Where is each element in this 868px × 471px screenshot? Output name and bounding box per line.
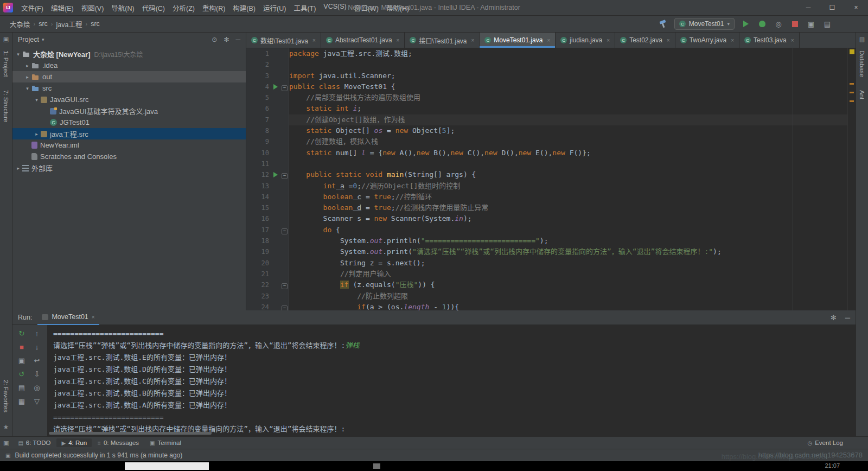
hide-icon[interactable]: ─ — [845, 314, 850, 322]
fold-minus-icon[interactable]: − — [282, 85, 288, 91]
run-line-marker[interactable] — [272, 81, 280, 92]
editor-tab[interactable]: Cjiudian.java× — [556, 33, 615, 48]
tool-window-button[interactable]: 7: Structure — [3, 90, 9, 122]
close-icon[interactable]: × — [791, 37, 794, 43]
gear-icon[interactable]: ✻ — [831, 314, 837, 322]
breadcrumb-item[interactable]: src — [39, 20, 48, 28]
chevron-right-icon[interactable]: ▸ — [24, 63, 31, 68]
tool-window-bar-item[interactable]: ≡0: Messages — [93, 438, 144, 447]
close-icon[interactable]: × — [607, 37, 610, 43]
run-triangle-icon[interactable] — [273, 84, 278, 90]
chevron-down-icon[interactable]: ▾ — [33, 97, 40, 103]
menu-item[interactable]: 构建(B) — [229, 1, 259, 15]
tool-window-switcher-icon[interactable]: ▣ — [3, 440, 9, 447]
toolwindow-icon[interactable]: ▣ — [806, 19, 816, 29]
horizontal-scrollbar[interactable] — [49, 432, 212, 435]
fold-marker[interactable]: − — [280, 279, 289, 290]
error-stripe[interactable] — [847, 48, 856, 310]
close-icon[interactable]: × — [92, 314, 95, 320]
menu-item[interactable]: 工具(T) — [290, 1, 320, 15]
menu-item[interactable]: 运行(U) — [259, 1, 290, 15]
fold-marker[interactable]: − — [280, 302, 289, 310]
debug-bug-icon[interactable] — [757, 19, 767, 29]
chevron-right-icon[interactable]: ▸ — [24, 74, 31, 80]
editor-tab[interactable]: CTwoArry.java× — [675, 33, 739, 48]
rerun-icon[interactable]: ↻ — [15, 327, 29, 340]
menu-item[interactable]: 编辑(E) — [47, 1, 78, 15]
tool-window-bar-item[interactable]: ▤6: TODO — [13, 438, 55, 447]
maximize-button[interactable]: ☐ — [820, 0, 844, 15]
run-triangle-icon[interactable] — [273, 172, 278, 177]
scroll-end-icon[interactable]: ⇩ — [30, 368, 44, 380]
run-line-marker[interactable] — [272, 169, 280, 180]
close-icon[interactable]: × — [731, 37, 734, 43]
gear-icon[interactable]: ✻ — [224, 36, 229, 43]
editor-tab[interactable]: C接口\Test01.java× — [405, 33, 480, 48]
editor-tab[interactable]: CAbstractTest01.java× — [321, 33, 405, 48]
restart-icon[interactable]: ↺ — [15, 368, 29, 380]
close-icon[interactable]: × — [312, 37, 316, 43]
close-button[interactable]: × — [844, 0, 868, 15]
tool-window-button[interactable]: Database — [859, 50, 865, 77]
tree-item[interactable]: ▸java工程.src — [12, 128, 246, 139]
editor-tab[interactable]: C数组\Test01.java× — [246, 33, 321, 48]
close-icon[interactable]: × — [471, 37, 475, 43]
tree-item[interactable]: ▾JavaGUI.src — [12, 94, 246, 105]
menu-item[interactable]: 分析(Z) — [169, 1, 199, 15]
layout-icon[interactable]: ▦ — [15, 395, 29, 408]
menu-item[interactable]: 代码(C) — [138, 1, 169, 15]
tree-item[interactable]: CJGTest01 — [12, 117, 246, 128]
tool-window-bar-item[interactable]: ▣Terminal — [145, 438, 186, 447]
coverage-icon[interactable]: ◎ — [774, 19, 783, 29]
trash-icon[interactable]: ▽ — [30, 395, 44, 408]
tree-item[interactable]: JavaGUI基础字符及其含义.java — [12, 105, 246, 117]
fold-minus-icon[interactable]: − — [282, 305, 288, 310]
down-icon[interactable]: ↓ — [30, 341, 44, 353]
tool-window-button[interactable]: 2: Favorites — [3, 380, 9, 412]
breadcrumb-item[interactable]: java工程 — [56, 19, 82, 29]
stop-icon[interactable]: ■ — [15, 341, 29, 353]
editor-tab[interactable]: CTest03.java× — [739, 33, 800, 48]
menu-item[interactable]: 重构(R) — [199, 1, 229, 15]
tree-item[interactable]: NewYear.iml — [12, 139, 246, 151]
menu-item[interactable]: VCS(S) — [320, 1, 350, 15]
fold-minus-icon[interactable]: − — [282, 173, 288, 179]
up-icon[interactable]: ↑ — [30, 327, 44, 340]
menu-item[interactable]: 文件(F) — [17, 1, 47, 15]
layout-icon[interactable]: ▤ — [822, 19, 832, 29]
tree-item[interactable]: ▸外部库 — [12, 162, 246, 174]
tool-window-button[interactable]: Ant — [859, 90, 865, 99]
chevron-down-icon[interactable]: ▾ — [42, 37, 44, 42]
chevron-down-icon[interactable]: ▾ — [24, 86, 31, 91]
tool-window-button[interactable]: 1: Project — [3, 50, 9, 77]
screenshot-icon[interactable]: ▣ — [15, 354, 29, 367]
chevron-right-icon[interactable]: ▸ — [33, 131, 40, 137]
minimize-button[interactable]: ─ — [796, 0, 820, 15]
locate-icon[interactable]: ⊙ — [212, 36, 217, 43]
event-log-button[interactable]: ◷ Event Log — [807, 440, 865, 446]
tree-item[interactable]: ▾大杂烩 [NewYear]D:\java15\大杂烩 — [12, 48, 246, 60]
tool-window-bar-item[interactable]: ▶4: Run — [56, 438, 92, 447]
console-output[interactable]: ==========================请选择“压栈”“弹栈”或“列… — [48, 325, 856, 436]
run-tab[interactable]: MoveTest01 × — [37, 310, 99, 325]
run-config-combo[interactable]: C MoveTest01 ▾ — [674, 18, 735, 30]
print-icon[interactable]: ▤ — [15, 381, 29, 394]
breadcrumb-item[interactable]: 大杂烩 — [10, 19, 30, 29]
tree-item[interactable]: ▾src — [12, 82, 246, 94]
editor-tab[interactable]: CTest02.java× — [615, 33, 675, 48]
tree-item[interactable]: ▸.idea — [12, 60, 246, 71]
softwrap-icon[interactable]: ↩ — [30, 354, 44, 367]
editor-tab[interactable]: CMoveTest01.java× — [480, 33, 556, 48]
stop-icon[interactable] — [790, 19, 800, 29]
breadcrumb-item[interactable]: src — [91, 20, 100, 28]
close-icon[interactable]: × — [547, 37, 550, 43]
tree-item[interactable]: ▸out — [12, 71, 246, 82]
menu-item[interactable]: 导航(N) — [107, 1, 138, 15]
chevron-down-icon[interactable]: ▾ — [15, 52, 22, 57]
close-icon[interactable]: × — [667, 37, 670, 43]
close-icon[interactable]: × — [397, 37, 400, 43]
code-editor[interactable]: 1package java工程.src.测试.数组;23import java.… — [246, 48, 856, 310]
fold-minus-icon[interactable]: − — [282, 228, 288, 234]
menu-item[interactable]: 视图(V) — [78, 1, 108, 15]
chevron-right-icon[interactable]: ▸ — [15, 166, 22, 171]
